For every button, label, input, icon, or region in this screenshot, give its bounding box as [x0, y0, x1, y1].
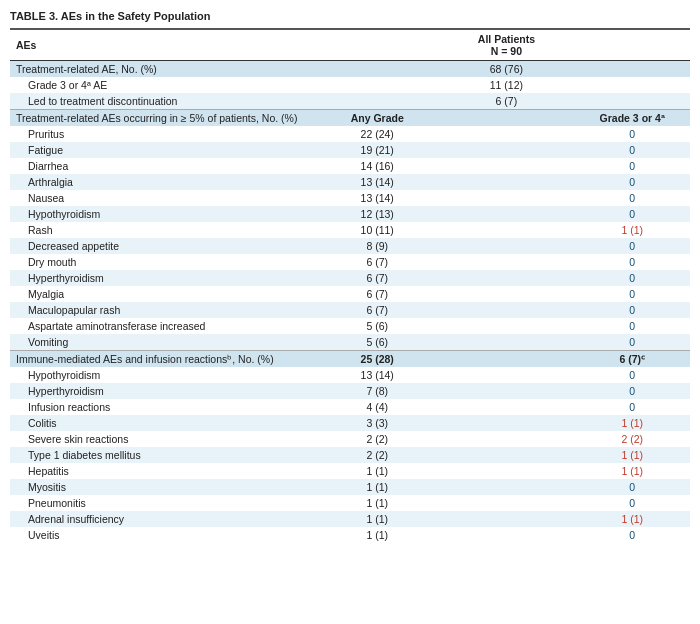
- data-ae-label: Hyperthyroidism: [10, 270, 316, 286]
- section-all-patients: [438, 110, 574, 127]
- data-ae-label: Myositis: [10, 479, 316, 495]
- data-grade: [574, 77, 690, 93]
- data-ae-label: Led to treatment discontinuation: [10, 93, 316, 110]
- data-all-patients: [438, 383, 574, 399]
- data-any-grade: 2 (2): [316, 431, 438, 447]
- col-header-grade: [574, 29, 690, 61]
- data-grade: 0: [574, 206, 690, 222]
- data-ae-label: Fatigue: [10, 142, 316, 158]
- data-ae-label: Grade 3 or 4ª AE: [10, 77, 316, 93]
- data-all-patients: [438, 463, 574, 479]
- ae-table: AEs All Patients N = 90 Treatment-relate…: [10, 28, 690, 543]
- data-grade: 0: [574, 367, 690, 383]
- data-grade: 0: [574, 142, 690, 158]
- section-grade: 6 (7)ᶜ: [574, 351, 690, 368]
- data-grade: 0: [574, 270, 690, 286]
- data-any-grade: 8 (9): [316, 238, 438, 254]
- data-any-grade: 6 (7): [316, 286, 438, 302]
- data-grade: 0: [574, 238, 690, 254]
- data-all-patients: [438, 302, 574, 318]
- data-ae-label: Arthralgia: [10, 174, 316, 190]
- data-any-grade: 1 (1): [316, 527, 438, 543]
- data-grade: 0: [574, 318, 690, 334]
- data-any-grade: 19 (21): [316, 142, 438, 158]
- data-grade: 1 (1): [574, 222, 690, 238]
- data-any-grade: 5 (6): [316, 334, 438, 351]
- data-any-grade: 22 (24): [316, 126, 438, 142]
- data-any-grade: 5 (6): [316, 318, 438, 334]
- data-any-grade: 6 (7): [316, 302, 438, 318]
- data-any-grade: 13 (14): [316, 367, 438, 383]
- data-ae-label: Severe skin reactions: [10, 431, 316, 447]
- data-grade: 0: [574, 286, 690, 302]
- data-all-patients: [438, 479, 574, 495]
- data-ae-label: Type 1 diabetes mellitus: [10, 447, 316, 463]
- data-ae-label: Pruritus: [10, 126, 316, 142]
- data-grade: 0: [574, 399, 690, 415]
- data-grade: [574, 93, 690, 110]
- data-all-patients: [438, 270, 574, 286]
- data-any-grade: 6 (7): [316, 270, 438, 286]
- data-all-patients: [438, 222, 574, 238]
- data-all-patients: [438, 206, 574, 222]
- table-title: TABLE 3. AEs in the Safety Population: [10, 10, 690, 22]
- data-grade: 0: [574, 527, 690, 543]
- data-grade: 0: [574, 383, 690, 399]
- data-all-patients: 11 (12): [438, 77, 574, 93]
- section-ae-label: Treatment-related AE, No. (%): [10, 61, 316, 78]
- data-any-grade: 14 (16): [316, 158, 438, 174]
- data-ae-label: Myalgia: [10, 286, 316, 302]
- data-all-patients: [438, 431, 574, 447]
- section-grade: [574, 61, 690, 78]
- data-all-patients: [438, 511, 574, 527]
- data-any-grade: [316, 93, 438, 110]
- data-all-patients: [438, 367, 574, 383]
- data-ae-label: Aspartate aminotransferase increased: [10, 318, 316, 334]
- section-any-grade: 25 (28): [316, 351, 438, 368]
- data-ae-label: Hyperthyroidism: [10, 383, 316, 399]
- data-any-grade: 13 (14): [316, 190, 438, 206]
- data-all-patients: [438, 527, 574, 543]
- data-any-grade: 1 (1): [316, 463, 438, 479]
- data-any-grade: 13 (14): [316, 174, 438, 190]
- section-all-patients: [438, 351, 574, 368]
- data-grade: 0: [574, 190, 690, 206]
- data-any-grade: 7 (8): [316, 383, 438, 399]
- data-grade: 0: [574, 254, 690, 270]
- data-any-grade: 3 (3): [316, 415, 438, 431]
- data-grade: 0: [574, 158, 690, 174]
- data-ae-label: Pneumonitis: [10, 495, 316, 511]
- data-all-patients: [438, 415, 574, 431]
- data-grade: 1 (1): [574, 447, 690, 463]
- data-ae-label: Hypothyroidism: [10, 367, 316, 383]
- section-ae-label: Immune-mediated AEs and infusion reactio…: [10, 351, 316, 368]
- data-all-patients: [438, 126, 574, 142]
- data-ae-label: Adrenal insufficiency: [10, 511, 316, 527]
- data-ae-label: Uveitis: [10, 527, 316, 543]
- section-any-grade: [316, 61, 438, 78]
- data-any-grade: 1 (1): [316, 511, 438, 527]
- data-any-grade: 2 (2): [316, 447, 438, 463]
- data-all-patients: [438, 190, 574, 206]
- data-ae-label: Nausea: [10, 190, 316, 206]
- col-header-all: All Patients N = 90: [438, 29, 574, 61]
- data-all-patients: [438, 318, 574, 334]
- data-grade: 1 (1): [574, 511, 690, 527]
- data-all-patients: [438, 238, 574, 254]
- data-any-grade: 4 (4): [316, 399, 438, 415]
- data-ae-label: Maculopapular rash: [10, 302, 316, 318]
- section-ae-label: Treatment-related AEs occurring in ≥ 5% …: [10, 110, 316, 127]
- data-grade: 0: [574, 479, 690, 495]
- data-ae-label: Vomiting: [10, 334, 316, 351]
- data-any-grade: 12 (13): [316, 206, 438, 222]
- data-grade: 0: [574, 334, 690, 351]
- data-all-patients: [438, 334, 574, 351]
- data-all-patients: [438, 495, 574, 511]
- data-grade: 2 (2): [574, 431, 690, 447]
- data-all-patients: [438, 286, 574, 302]
- data-grade: 0: [574, 126, 690, 142]
- data-grade: 0: [574, 174, 690, 190]
- data-grade: 0: [574, 495, 690, 511]
- col-header-any: [316, 29, 438, 61]
- data-grade: 1 (1): [574, 415, 690, 431]
